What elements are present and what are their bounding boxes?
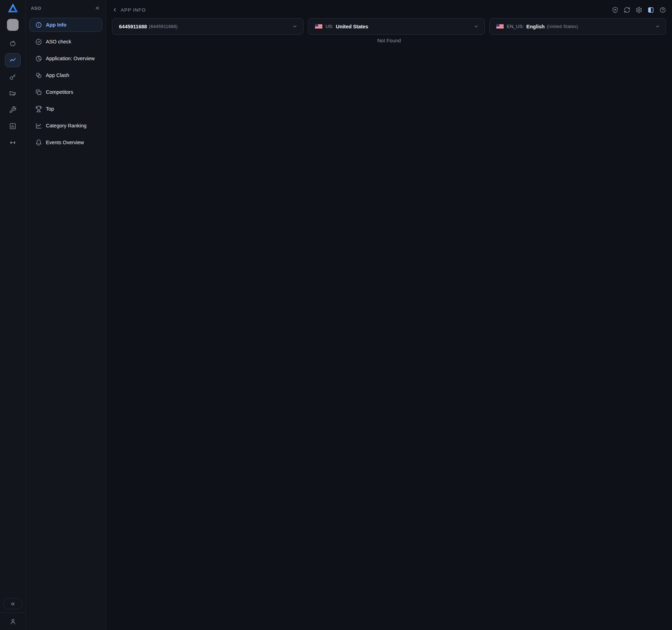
sidebar-item-app-info[interactable]: App Info: [29, 18, 102, 32]
sidebar-item-top[interactable]: Top: [29, 102, 102, 116]
sidebar-title: ASO: [31, 6, 41, 11]
settings-gear-icon[interactable]: [635, 6, 643, 14]
chevron-down-icon: [292, 24, 298, 29]
bell-icon: [35, 139, 42, 146]
us-flag-icon: [496, 24, 504, 29]
app-root: ASO App Info: [0, 0, 672, 630]
app-icon-placeholder[interactable]: [7, 19, 19, 31]
empty-state-message: Not Found: [106, 38, 672, 43]
sidebar-item-application-overview[interactable]: Application: Overview: [29, 51, 102, 65]
country-select-value: United States: [336, 24, 369, 29]
chevron-down-icon: [474, 24, 479, 29]
topbar-actions: [611, 6, 667, 14]
back-chevron-icon[interactable]: [112, 7, 118, 13]
sidebar-item-label: ASO check: [46, 39, 71, 44]
sidebar-item-label: App Info: [46, 22, 66, 28]
rail-nav: [5, 37, 21, 152]
country-select[interactable]: US: United States: [308, 18, 485, 35]
sidebar-item-category-ranking[interactable]: Category Ranking: [29, 119, 102, 133]
megaphone-icon[interactable]: [5, 86, 21, 100]
sidebar-item-label: Top: [46, 106, 54, 112]
country-select-prefix: US:: [326, 24, 334, 29]
sidebar-menu: App Info ASO check Application: Overview: [26, 16, 106, 152]
overlap-circles-icon: [35, 72, 42, 79]
pie-chart-icon: [35, 55, 42, 62]
sidebar-item-app-clash[interactable]: App Clash: [29, 68, 102, 82]
trophy-icon: [35, 106, 42, 112]
locale-select-prefix: EN_US:: [507, 24, 524, 29]
bar-chart-icon[interactable]: [5, 119, 21, 133]
copy-icon: [35, 89, 42, 96]
info-circle-icon: [35, 22, 42, 28]
icon-rail: [0, 0, 26, 630]
sidebar-item-label: Events Overview: [46, 140, 84, 145]
refresh-icon[interactable]: [623, 6, 631, 14]
asolytics-logo-icon[interactable]: [6, 2, 20, 15]
shield-icon[interactable]: [611, 6, 619, 14]
chevron-down-icon: [655, 24, 660, 29]
locale-select-secondary: (United States): [547, 24, 578, 29]
sidebar-item-competitors[interactable]: Competitors: [29, 85, 102, 99]
sidebar-header: ASO: [26, 0, 106, 16]
panel-toggle-icon[interactable]: [647, 6, 655, 14]
sidebar-item-events-overview[interactable]: Events Overview: [29, 135, 102, 149]
app-select[interactable]: 6445911688 (6445911688): [112, 18, 303, 35]
main-content: APP INFO: [106, 0, 672, 630]
page-title: APP INFO: [121, 7, 146, 13]
app-select-value: 6445911688: [119, 24, 147, 29]
key-icon[interactable]: [5, 70, 21, 84]
sidebar-collapse-icon[interactable]: [94, 5, 100, 11]
sidebar-item-label: App Clash: [46, 72, 69, 78]
us-flag-icon: [315, 24, 322, 29]
app-select-secondary: (6445911688): [149, 24, 178, 29]
rail-collapse-button[interactable]: [3, 598, 22, 609]
sidebar-item-label: Category Ranking: [46, 123, 86, 128]
sidebar: ASO App Info: [26, 0, 106, 630]
sidebar-item-label: Application: Overview: [46, 56, 94, 61]
compare-icon[interactable]: [5, 135, 21, 149]
wrench-icon[interactable]: [5, 103, 21, 117]
breadcrumb: APP INFO: [112, 7, 146, 13]
sidebar-item-label: Competitors: [46, 89, 73, 95]
apple-icon[interactable]: [5, 37, 21, 51]
sidebar-item-aso-check[interactable]: ASO check: [29, 35, 102, 49]
line-chart-icon: [35, 122, 42, 129]
trending-icon[interactable]: [5, 53, 21, 67]
help-icon[interactable]: [659, 6, 667, 14]
filter-row: 6445911688 (6445911688) US: United State…: [112, 18, 666, 35]
locale-select[interactable]: EN_US: English (United States): [489, 18, 666, 35]
locale-select-value: English: [526, 24, 545, 29]
topbar: APP INFO: [106, 0, 672, 18]
check-circle-icon: [35, 38, 42, 45]
user-icon[interactable]: [0, 612, 26, 630]
